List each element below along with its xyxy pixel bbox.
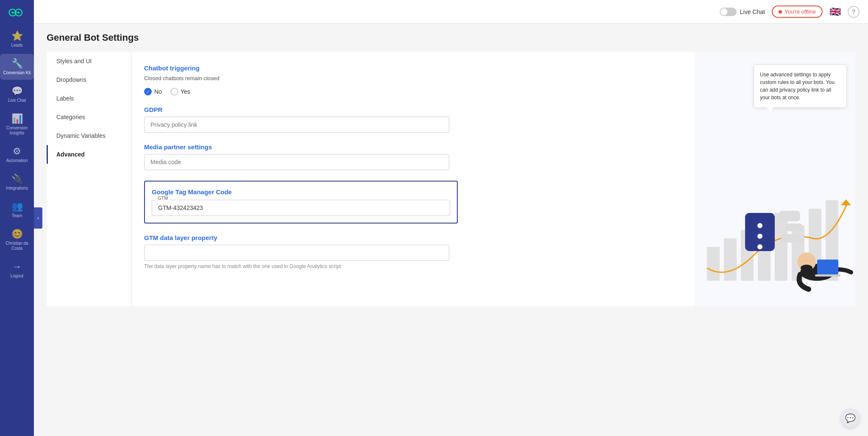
offline-button[interactable]: You're offline <box>772 6 823 18</box>
settings-layout: Styles and UI Dropdowns Labels Categorie… <box>47 52 855 306</box>
automation-icon: ⚙ <box>13 146 21 157</box>
radio-option-no[interactable]: No <box>144 88 162 95</box>
sidebar-item-label: Automation <box>6 158 28 163</box>
nav-item-advanced[interactable]: Advanced <box>47 145 131 164</box>
chatbot-triggering-options: No Yes <box>144 88 682 95</box>
sidebar-item-user[interactable]: 😊 Christian da Costa <box>0 224 34 255</box>
gtm-label-wrapper: GTM <box>152 200 450 216</box>
offline-label: You're offline <box>785 8 816 15</box>
app-logo <box>6 4 28 21</box>
sidebar-item-conversion[interactable]: 🔧 Conversion Kit <box>0 54 34 80</box>
live-chat-switch[interactable] <box>720 8 737 16</box>
svg-rect-20 <box>781 234 804 243</box>
nav-item-labels[interactable]: Labels <box>47 89 131 108</box>
nav-item-dynamic[interactable]: Dynamic Variables <box>47 126 131 145</box>
gtm-label: GTM <box>156 196 170 201</box>
logout-icon: → <box>12 261 22 272</box>
chatbot-triggering-title: Chatbot triggering <box>144 64 682 72</box>
chat-bubble-button[interactable]: 💬 <box>841 409 860 428</box>
svg-rect-24 <box>817 260 838 274</box>
svg-point-15 <box>757 223 762 228</box>
datalayer-section: GTM data layer property The data layer p… <box>144 234 682 269</box>
chatbot-triggering-desc: Closed chatbots remain closed <box>144 75 682 81</box>
sidebar-item-label: Conversion Kit <box>3 70 31 75</box>
sidebar-item-leads[interactable]: ⭐ Leads <box>0 26 34 52</box>
gtm-section: Google Tag Manager Code GTM <box>144 181 458 224</box>
language-flag-icon[interactable]: 🇬🇧 <box>829 6 841 17</box>
user-icon: 😊 <box>11 229 23 240</box>
sidebar-item-label: Conversion Insights <box>2 126 32 136</box>
conversion-icon: 🔧 <box>11 58 23 69</box>
illustration-svg <box>694 170 855 306</box>
sidebar-item-logout[interactable]: → Logout <box>0 257 34 283</box>
settings-content: Chatbot triggering Closed chatbots remai… <box>131 52 694 306</box>
sidebar-item-livechat[interactable]: 💬 Live Chat <box>0 81 34 107</box>
topbar: Live Chat You're offline 🇬🇧 ? <box>34 0 868 24</box>
sidebar-item-automation[interactable]: ⚙ Automation <box>0 142 34 168</box>
sidebar-item-integrations[interactable]: 🔌 Integrations <box>0 169 34 195</box>
sidebar: ⭐ Leads 🔧 Conversion Kit 💬 Live Chat 📊 C… <box>0 0 34 436</box>
tooltip-text: Use advanced settings to apply custom ru… <box>760 72 835 101</box>
live-chat-toggle[interactable]: Live Chat <box>720 8 765 16</box>
team-icon: 👥 <box>11 201 23 212</box>
illustration-area: Use advanced settings to apply custom ru… <box>694 52 855 306</box>
sidebar-item-label: Team <box>12 213 22 218</box>
integrations-icon: 🔌 <box>11 173 23 184</box>
live-chat-label: Live Chat <box>740 8 765 15</box>
gtm-title: Google Tag Manager Code <box>152 188 450 196</box>
svg-point-16 <box>757 234 762 239</box>
nav-item-dropdowns[interactable]: Dropdowns <box>47 70 131 89</box>
radio-yes-checkbox[interactable] <box>170 88 178 95</box>
sidebar-item-label: Christian da Costa <box>2 241 32 251</box>
radio-yes-label: Yes <box>181 88 190 95</box>
media-title: Media partner settings <box>144 143 682 151</box>
content-area: General Bot Settings Styles and UI Dropd… <box>34 24 868 436</box>
sidebar-item-insights[interactable]: 📊 Conversion Insights <box>0 109 34 140</box>
nav-item-styles[interactable]: Styles and UI <box>47 52 131 70</box>
sidebar-toggle[interactable]: › <box>34 207 42 229</box>
svg-rect-18 <box>779 211 800 221</box>
nav-item-categories[interactable]: Categories <box>47 108 131 126</box>
help-label: ? <box>852 8 855 15</box>
svg-marker-13 <box>841 199 851 205</box>
svg-rect-19 <box>785 224 802 231</box>
sidebar-item-team[interactable]: 👥 Team <box>0 197 34 223</box>
sidebar-item-label: Live Chat <box>8 98 26 103</box>
sidebar-item-label: Logout <box>11 274 24 279</box>
media-section: Media partner settings <box>144 143 682 170</box>
svg-rect-6 <box>724 238 737 281</box>
page-title: General Bot Settings <box>47 32 855 43</box>
help-icon[interactable]: ? <box>848 6 860 18</box>
gdpr-section: GDPR <box>144 106 682 133</box>
leads-icon: ⭐ <box>11 31 23 42</box>
svg-rect-9 <box>775 213 787 281</box>
svg-rect-5 <box>707 247 720 281</box>
svg-point-23 <box>801 265 812 271</box>
radio-option-yes[interactable]: Yes <box>170 88 190 95</box>
gdpr-privacy-input[interactable] <box>144 117 449 133</box>
settings-nav: Styles and UI Dropdowns Labels Categorie… <box>47 52 131 306</box>
datalayer-input[interactable] <box>144 245 449 261</box>
radio-no-checkbox[interactable] <box>144 88 152 95</box>
sidebar-item-label: Leads <box>11 43 22 48</box>
livechat-icon: 💬 <box>11 86 23 97</box>
chatbot-triggering-section: Chatbot triggering Closed chatbots remai… <box>144 64 682 95</box>
datalayer-title: GTM data layer property <box>144 234 682 241</box>
main-area: Live Chat You're offline 🇬🇧 ? General Bo… <box>34 0 868 436</box>
chat-bubble-icon: 💬 <box>845 413 856 423</box>
insights-icon: 📊 <box>11 113 23 124</box>
media-code-input[interactable] <box>144 154 449 170</box>
tooltip-box: Use advanced settings to apply custom ru… <box>754 64 847 108</box>
datalayer-hint: The data layer property name has to matc… <box>144 263 682 269</box>
gtm-code-input[interactable] <box>152 200 450 216</box>
svg-point-17 <box>757 244 762 249</box>
radio-no-label: No <box>154 88 162 95</box>
sidebar-item-label: Integrations <box>6 186 28 191</box>
svg-rect-25 <box>815 274 840 277</box>
chevron-right-icon: › <box>37 215 39 221</box>
gdpr-title: GDPR <box>144 106 682 113</box>
offline-dot <box>779 10 782 14</box>
